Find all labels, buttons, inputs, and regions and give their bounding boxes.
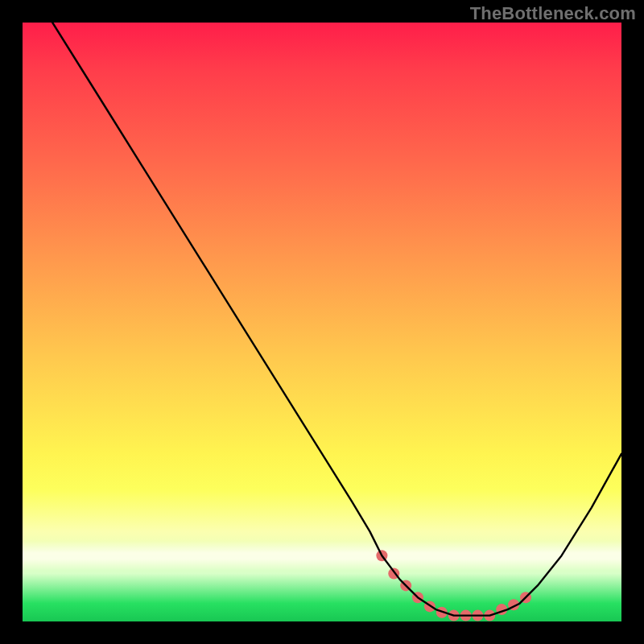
chart-frame: TheBottleneck.com: [0, 0, 644, 644]
bottleneck-curve: [23, 23, 621, 616]
optimal-markers-group: [376, 550, 531, 621]
plot-area: [23, 23, 621, 621]
curve-layer: [23, 23, 621, 621]
watermark-text: TheBottleneck.com: [470, 3, 636, 24]
